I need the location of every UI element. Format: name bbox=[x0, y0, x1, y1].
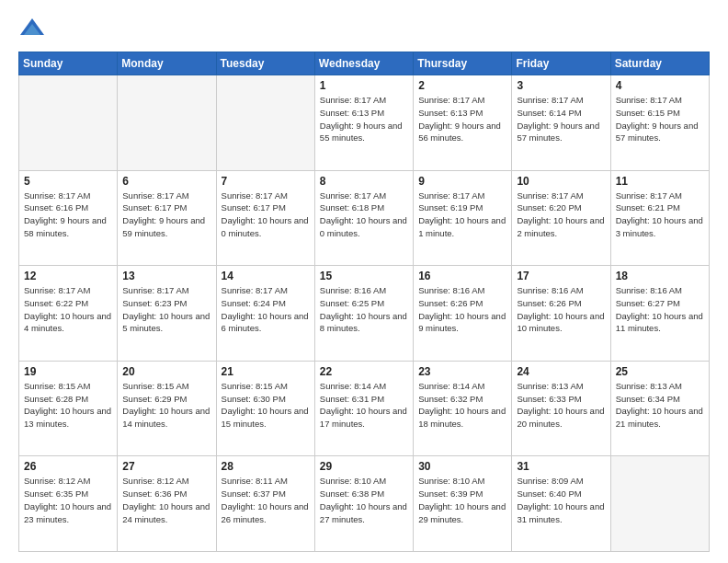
header bbox=[18, 15, 710, 42]
calendar-cell bbox=[19, 75, 118, 171]
weekday-header: Thursday bbox=[414, 52, 512, 75]
calendar-cell: 10Sunrise: 8:17 AM Sunset: 6:20 PM Dayli… bbox=[512, 170, 610, 266]
day-number: 28 bbox=[222, 460, 310, 473]
day-number: 5 bbox=[24, 175, 112, 188]
day-number: 14 bbox=[222, 270, 310, 282]
day-info: Sunrise: 8:16 AM Sunset: 6:26 PM Dayligh… bbox=[517, 284, 605, 335]
day-info: Sunrise: 8:11 AM Sunset: 6:37 PM Dayligh… bbox=[222, 475, 310, 525]
calendar-cell: 31Sunrise: 8:09 AM Sunset: 6:40 PM Dayli… bbox=[512, 456, 610, 552]
calendar-cell: 6Sunrise: 8:17 AM Sunset: 6:17 PM Daylig… bbox=[118, 170, 216, 266]
day-info: Sunrise: 8:14 AM Sunset: 6:32 PM Dayligh… bbox=[418, 380, 506, 431]
calendar-cell: 1Sunrise: 8:17 AM Sunset: 6:13 PM Daylig… bbox=[314, 75, 413, 171]
weekday-header: Monday bbox=[118, 52, 216, 75]
day-info: Sunrise: 8:10 AM Sunset: 6:38 PM Dayligh… bbox=[320, 475, 408, 525]
day-info: Sunrise: 8:12 AM Sunset: 6:35 PM Dayligh… bbox=[24, 475, 112, 525]
day-number: 11 bbox=[616, 175, 704, 188]
calendar-cell bbox=[118, 75, 216, 171]
calendar-cell: 8Sunrise: 8:17 AM Sunset: 6:18 PM Daylig… bbox=[314, 170, 413, 266]
day-info: Sunrise: 8:17 AM Sunset: 6:15 PM Dayligh… bbox=[616, 94, 704, 144]
calendar-cell bbox=[610, 456, 709, 552]
weekday-header: Tuesday bbox=[216, 52, 314, 75]
day-info: Sunrise: 8:17 AM Sunset: 6:21 PM Dayligh… bbox=[616, 190, 704, 240]
calendar-cell: 21Sunrise: 8:15 AM Sunset: 6:30 PM Dayli… bbox=[216, 361, 314, 456]
calendar-cell: 2Sunrise: 8:17 AM Sunset: 6:13 PM Daylig… bbox=[414, 75, 512, 171]
day-info: Sunrise: 8:17 AM Sunset: 6:20 PM Dayligh… bbox=[517, 190, 605, 240]
day-number: 26 bbox=[24, 460, 112, 473]
calendar-cell: 28Sunrise: 8:11 AM Sunset: 6:37 PM Dayli… bbox=[216, 456, 314, 552]
day-number: 31 bbox=[517, 460, 605, 473]
calendar-cell: 9Sunrise: 8:17 AM Sunset: 6:19 PM Daylig… bbox=[414, 170, 512, 266]
day-info: Sunrise: 8:17 AM Sunset: 6:23 PM Dayligh… bbox=[122, 284, 210, 335]
calendar-cell: 22Sunrise: 8:14 AM Sunset: 6:31 PM Dayli… bbox=[314, 361, 413, 456]
day-info: Sunrise: 8:16 AM Sunset: 6:26 PM Dayligh… bbox=[418, 284, 506, 335]
day-number: 2 bbox=[418, 79, 506, 92]
day-number: 19 bbox=[24, 365, 112, 378]
calendar-table: SundayMondayTuesdayWednesdayThursdayFrid… bbox=[18, 52, 710, 552]
calendar-cell: 27Sunrise: 8:12 AM Sunset: 6:36 PM Dayli… bbox=[118, 456, 216, 552]
day-number: 29 bbox=[320, 460, 408, 473]
day-info: Sunrise: 8:17 AM Sunset: 6:22 PM Dayligh… bbox=[24, 284, 112, 335]
day-number: 9 bbox=[418, 175, 506, 188]
day-info: Sunrise: 8:13 AM Sunset: 6:33 PM Dayligh… bbox=[517, 380, 605, 431]
day-number: 16 bbox=[418, 270, 506, 282]
day-number: 25 bbox=[616, 365, 704, 378]
calendar-cell: 19Sunrise: 8:15 AM Sunset: 6:28 PM Dayli… bbox=[19, 361, 118, 456]
day-number: 18 bbox=[616, 270, 704, 282]
day-info: Sunrise: 8:17 AM Sunset: 6:18 PM Dayligh… bbox=[320, 190, 408, 240]
day-info: Sunrise: 8:13 AM Sunset: 6:34 PM Dayligh… bbox=[616, 380, 704, 431]
calendar-cell: 4Sunrise: 8:17 AM Sunset: 6:15 PM Daylig… bbox=[610, 75, 709, 171]
calendar-cell: 18Sunrise: 8:16 AM Sunset: 6:27 PM Dayli… bbox=[610, 266, 709, 362]
day-number: 12 bbox=[24, 270, 112, 282]
weekday-header: Saturday bbox=[610, 52, 709, 75]
calendar-cell: 5Sunrise: 8:17 AM Sunset: 6:16 PM Daylig… bbox=[19, 170, 118, 266]
calendar-cell: 12Sunrise: 8:17 AM Sunset: 6:22 PM Dayli… bbox=[19, 266, 118, 362]
day-number: 6 bbox=[122, 175, 210, 188]
day-number: 24 bbox=[517, 365, 605, 378]
calendar-cell: 14Sunrise: 8:17 AM Sunset: 6:24 PM Dayli… bbox=[216, 266, 314, 362]
day-number: 20 bbox=[122, 365, 210, 378]
day-number: 21 bbox=[222, 365, 310, 378]
weekday-header: Wednesday bbox=[314, 52, 413, 75]
calendar-cell: 3Sunrise: 8:17 AM Sunset: 6:14 PM Daylig… bbox=[512, 75, 610, 171]
calendar-cell: 13Sunrise: 8:17 AM Sunset: 6:23 PM Dayli… bbox=[118, 266, 216, 362]
day-info: Sunrise: 8:17 AM Sunset: 6:17 PM Dayligh… bbox=[122, 190, 210, 240]
calendar-cell: 17Sunrise: 8:16 AM Sunset: 6:26 PM Dayli… bbox=[512, 266, 610, 362]
day-info: Sunrise: 8:17 AM Sunset: 6:13 PM Dayligh… bbox=[320, 94, 408, 144]
day-info: Sunrise: 8:15 AM Sunset: 6:28 PM Dayligh… bbox=[24, 380, 112, 431]
day-info: Sunrise: 8:17 AM Sunset: 6:14 PM Dayligh… bbox=[517, 94, 605, 144]
day-info: Sunrise: 8:09 AM Sunset: 6:40 PM Dayligh… bbox=[517, 475, 605, 525]
calendar-cell: 29Sunrise: 8:10 AM Sunset: 6:38 PM Dayli… bbox=[314, 456, 413, 552]
day-number: 15 bbox=[320, 270, 408, 282]
day-number: 13 bbox=[122, 270, 210, 282]
day-info: Sunrise: 8:17 AM Sunset: 6:16 PM Dayligh… bbox=[24, 190, 112, 240]
day-number: 7 bbox=[222, 175, 310, 188]
day-number: 22 bbox=[320, 365, 408, 378]
day-number: 17 bbox=[517, 270, 605, 282]
calendar-cell bbox=[216, 75, 314, 171]
day-number: 3 bbox=[517, 79, 605, 92]
day-number: 4 bbox=[616, 79, 704, 92]
day-info: Sunrise: 8:17 AM Sunset: 6:17 PM Dayligh… bbox=[222, 190, 310, 240]
calendar-cell: 11Sunrise: 8:17 AM Sunset: 6:21 PM Dayli… bbox=[610, 170, 709, 266]
day-info: Sunrise: 8:10 AM Sunset: 6:39 PM Dayligh… bbox=[418, 475, 506, 525]
calendar-cell: 30Sunrise: 8:10 AM Sunset: 6:39 PM Dayli… bbox=[414, 456, 512, 552]
calendar-cell: 16Sunrise: 8:16 AM Sunset: 6:26 PM Dayli… bbox=[414, 266, 512, 362]
logo bbox=[18, 15, 50, 42]
day-number: 1 bbox=[320, 79, 408, 92]
calendar-cell: 15Sunrise: 8:16 AM Sunset: 6:25 PM Dayli… bbox=[314, 266, 413, 362]
day-info: Sunrise: 8:17 AM Sunset: 6:13 PM Dayligh… bbox=[418, 94, 506, 144]
day-info: Sunrise: 8:15 AM Sunset: 6:30 PM Dayligh… bbox=[222, 380, 310, 431]
calendar-cell: 25Sunrise: 8:13 AM Sunset: 6:34 PM Dayli… bbox=[610, 361, 709, 456]
weekday-header: Friday bbox=[512, 52, 610, 75]
page: SundayMondayTuesdayWednesdayThursdayFrid… bbox=[0, 0, 728, 563]
day-number: 30 bbox=[418, 460, 506, 473]
day-info: Sunrise: 8:15 AM Sunset: 6:29 PM Dayligh… bbox=[122, 380, 210, 431]
calendar-cell: 24Sunrise: 8:13 AM Sunset: 6:33 PM Dayli… bbox=[512, 361, 610, 456]
day-number: 27 bbox=[122, 460, 210, 473]
calendar-cell: 26Sunrise: 8:12 AM Sunset: 6:35 PM Dayli… bbox=[19, 456, 118, 552]
day-number: 23 bbox=[418, 365, 506, 378]
logo-icon bbox=[18, 15, 46, 42]
calendar-cell: 23Sunrise: 8:14 AM Sunset: 6:32 PM Dayli… bbox=[414, 361, 512, 456]
day-info: Sunrise: 8:16 AM Sunset: 6:27 PM Dayligh… bbox=[616, 284, 704, 335]
day-info: Sunrise: 8:17 AM Sunset: 6:19 PM Dayligh… bbox=[418, 190, 506, 240]
